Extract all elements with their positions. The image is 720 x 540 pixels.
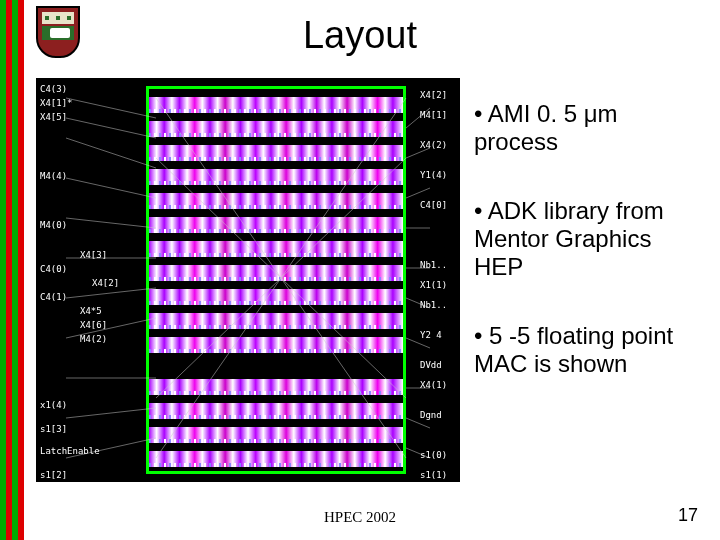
pin-label: X4[2] <box>420 90 447 100</box>
pin-label: Nb1.. <box>420 300 447 310</box>
svg-line-4 <box>66 218 156 228</box>
svg-line-3 <box>66 178 156 198</box>
pin-label: M4(2) <box>80 334 107 344</box>
svg-line-9 <box>66 408 156 418</box>
pin-label: C4(0) <box>40 264 67 274</box>
bullet-item: • ADK library from Mentor Graphics HEP <box>474 197 704 282</box>
svg-line-1 <box>66 118 156 138</box>
bullet-item: • 5 -5 floating point MAC is shown <box>474 322 704 379</box>
pin-label: X4[1]* <box>40 98 73 108</box>
pin-label: x1(4) <box>40 400 67 410</box>
pin-label: s1(0) <box>420 450 447 460</box>
footer-page-number: 17 <box>678 505 698 526</box>
pin-label: Y2 4 <box>420 330 442 340</box>
pin-label: M4[1] <box>420 110 447 120</box>
svg-line-17 <box>406 338 430 348</box>
pin-label: M4(4) <box>40 171 67 181</box>
chip-layout-figure: C4(3) X4[1]* X4[5] M4(4) M4(0) X4[3] C4(… <box>36 78 460 482</box>
die-outline <box>146 86 406 474</box>
bullet-item: • AMI 0. 5 μm process <box>474 100 704 157</box>
pin-label: X4(1) <box>420 380 447 390</box>
pin-label: C4(3) <box>40 84 67 94</box>
pin-label: X4[5] <box>40 112 67 122</box>
svg-line-7 <box>66 318 156 338</box>
svg-line-12 <box>406 148 430 158</box>
svg-line-0 <box>66 98 156 118</box>
svg-line-11 <box>406 108 430 128</box>
pin-label: X4*5 <box>80 306 102 316</box>
slide-title: Layout <box>0 14 720 57</box>
svg-line-6 <box>66 288 156 298</box>
svg-line-16 <box>406 298 430 308</box>
pin-label: M4(0) <box>40 220 67 230</box>
pin-label: X4(2) <box>420 140 447 150</box>
svg-line-20 <box>406 448 430 458</box>
pin-label: X4[3] <box>80 250 107 260</box>
pin-label: Nb1.. <box>420 260 447 270</box>
pin-label: X4[2] <box>92 278 119 288</box>
pin-label: Y1(4) <box>420 170 447 180</box>
pin-label: s1[2] <box>40 470 67 480</box>
pin-label: LatchEnable <box>40 446 100 456</box>
pin-label: s1[3] <box>40 424 67 434</box>
footer-conference: HPEC 2002 <box>0 509 720 526</box>
svg-line-2 <box>66 138 156 168</box>
pin-label: X1(1) <box>420 280 447 290</box>
pin-label: C4(1) <box>40 292 67 302</box>
pin-label: C4[0] <box>420 200 447 210</box>
bullet-list: • AMI 0. 5 μm process • ADK library from… <box>474 100 704 418</box>
svg-line-13 <box>406 188 430 198</box>
pin-label: DVdd <box>420 360 442 370</box>
pin-label: Dgnd <box>420 410 442 420</box>
pin-label: X4[6] <box>80 320 107 330</box>
svg-line-19 <box>406 418 430 428</box>
pin-label: s1(1) <box>420 470 447 480</box>
decoration-stripe <box>18 0 24 540</box>
svg-line-10 <box>66 438 156 458</box>
